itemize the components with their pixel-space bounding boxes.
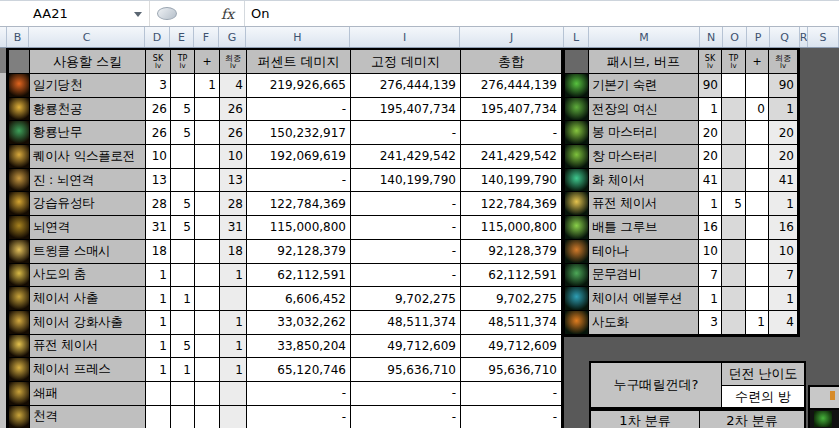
skill-icon[interactable] — [9, 240, 30, 264]
column-header-R[interactable]: R — [800, 27, 808, 47]
cell-tp-lv[interactable] — [171, 74, 195, 98]
category2-cell[interactable]: 2차 분류 — [700, 411, 804, 428]
cell-tp-lv[interactable] — [171, 145, 195, 169]
cell-percent-damage[interactable]: - — [247, 382, 351, 406]
column-header-O[interactable]: O — [723, 27, 747, 47]
passive-icon[interactable] — [565, 169, 589, 193]
tp-lv-header[interactable]: TPlv — [171, 50, 195, 74]
passive-icon[interactable] — [565, 311, 589, 335]
cell-plus[interactable] — [195, 287, 220, 311]
name-box[interactable]: AA21 — [0, 1, 150, 26]
cell-tp-lv[interactable]: 5 — [722, 192, 746, 216]
cell-tp-lv[interactable] — [722, 311, 746, 335]
passive-tp-lv-header[interactable]: TPlv — [722, 50, 746, 74]
passive-sk-lv-header[interactable]: SKlv — [699, 50, 722, 74]
cell-total-damage[interactable]: - — [461, 382, 562, 406]
cell-final-lv[interactable]: 26 — [220, 121, 247, 145]
cell-tp-lv[interactable] — [722, 145, 746, 169]
cell-plus[interactable]: 1 — [195, 74, 220, 98]
cell-fixed-damage[interactable]: 140,199,790 — [351, 169, 461, 193]
cell-fixed-damage[interactable]: - — [351, 121, 461, 145]
cell-fixed-damage[interactable]: - — [351, 216, 461, 240]
cell-tp-lv[interactable]: 5 — [171, 216, 195, 240]
cell-tp-lv[interactable] — [722, 169, 746, 193]
cell-plus[interactable] — [195, 98, 220, 122]
cell-tp-lv[interactable]: 5 — [171, 192, 195, 216]
cell-percent-damage[interactable]: 219,926,665 — [247, 74, 351, 98]
passive-icon[interactable] — [565, 240, 589, 264]
cell-plus[interactable] — [746, 216, 769, 240]
cell-final-lv[interactable]: 1 — [220, 335, 247, 359]
cell-skill-name[interactable]: 퓨전 체이서 — [30, 335, 146, 359]
cell-plus[interactable] — [195, 240, 220, 264]
cell-passive-name[interactable]: 창 마스터리 — [589, 145, 699, 169]
cell-total-damage[interactable]: 9,702,275 — [461, 287, 562, 311]
cell-plus[interactable] — [195, 145, 220, 169]
cell-plus[interactable] — [195, 311, 220, 335]
column-header-J[interactable]: J — [460, 27, 564, 47]
skill-icon[interactable] — [9, 382, 30, 406]
passive-icon[interactable] — [565, 264, 589, 288]
column-header-F[interactable]: F — [194, 27, 219, 47]
cell-plus[interactable] — [746, 169, 769, 193]
cell-sk-lv[interactable]: 10 — [699, 240, 722, 264]
cell-final-lv[interactable]: 20 — [769, 145, 798, 169]
cell-sk-lv[interactable]: 41 — [699, 169, 722, 193]
fixed-damage-header[interactable]: 고정 데미지 — [351, 50, 461, 74]
formula-bar-splitter[interactable] — [157, 7, 177, 20]
cell-fixed-damage[interactable]: 195,407,734 — [351, 98, 461, 122]
cell-skill-name[interactable]: 일기당천 — [30, 74, 146, 98]
cell-skill-name[interactable]: 체이서 사출 — [30, 287, 146, 311]
passive-plus-header[interactable]: + — [746, 50, 769, 74]
target-question-cell[interactable]: 누구때릴껀데? — [591, 363, 722, 407]
cell-plus[interactable]: 0 — [746, 98, 769, 122]
cell-sk-lv[interactable]: 3 — [699, 311, 722, 335]
cell-final-lv[interactable]: 28 — [220, 192, 247, 216]
cell-total-damage[interactable]: 276,444,139 — [461, 74, 562, 98]
cell-tp-lv[interactable] — [171, 382, 195, 406]
cell-final-lv[interactable]: 10 — [769, 240, 798, 264]
cell-total-damage[interactable]: - — [461, 121, 562, 145]
passive-icon[interactable] — [565, 74, 589, 98]
cell-tp-lv[interactable]: 5 — [171, 98, 195, 122]
cell-tp-lv[interactable] — [171, 169, 195, 193]
cell-passive-name[interactable]: 체이서 에볼루션 — [589, 287, 699, 311]
cell-sk-lv[interactable]: 3 — [146, 74, 171, 98]
passive-icon[interactable] — [565, 192, 589, 216]
cell-total-damage[interactable]: 241,429,542 — [461, 145, 562, 169]
cell-sk-lv[interactable]: 26 — [146, 98, 171, 122]
cell-skill-name[interactable]: 뇌연격 — [30, 216, 146, 240]
cell-sk-lv[interactable]: 1 — [699, 192, 722, 216]
cell-fixed-damage[interactable]: 276,444,139 — [351, 74, 461, 98]
name-box-dropdown-icon[interactable] — [134, 12, 142, 17]
cell-final-lv[interactable] — [220, 406, 247, 428]
cell-final-lv[interactable]: 1 — [220, 358, 247, 382]
cell-passive-name[interactable]: 봉 마스터리 — [589, 121, 699, 145]
cell-plus[interactable] — [195, 121, 220, 145]
cell-tp-lv[interactable] — [171, 311, 195, 335]
cell-fixed-damage[interactable]: 9,702,275 — [351, 287, 461, 311]
cell-fixed-damage[interactable]: 48,511,374 — [351, 311, 461, 335]
cell-tp-lv[interactable] — [722, 240, 746, 264]
cell-percent-damage[interactable]: 65,120,746 — [247, 358, 351, 382]
column-header-S[interactable]: S — [808, 27, 839, 47]
cell-tp-lv[interactable]: 1 — [171, 358, 195, 382]
column-header-B[interactable]: B — [7, 27, 29, 47]
skill-name-header[interactable]: 사용할 스킬 — [30, 50, 146, 74]
cell-tp-lv[interactable] — [722, 287, 746, 311]
formula-input[interactable]: On — [251, 6, 269, 21]
cell-sk-lv[interactable] — [146, 406, 171, 428]
cell-total-damage[interactable]: - — [461, 406, 562, 428]
cell-final-lv[interactable] — [220, 382, 247, 406]
cell-percent-damage[interactable]: 33,032,262 — [247, 311, 351, 335]
cell-plus[interactable] — [195, 358, 220, 382]
cell-fixed-damage[interactable]: - — [351, 264, 461, 288]
cell-final-lv[interactable]: 90 — [769, 74, 798, 98]
cell-final-lv[interactable]: 4 — [220, 74, 247, 98]
cell-tp-lv[interactable] — [171, 406, 195, 428]
cell-tp-lv[interactable] — [722, 121, 746, 145]
cell-plus[interactable] — [195, 335, 220, 359]
cell-tp-lv[interactable]: 5 — [171, 335, 195, 359]
cell-fixed-damage[interactable]: - — [351, 382, 461, 406]
column-header-E[interactable]: E — [170, 27, 194, 47]
